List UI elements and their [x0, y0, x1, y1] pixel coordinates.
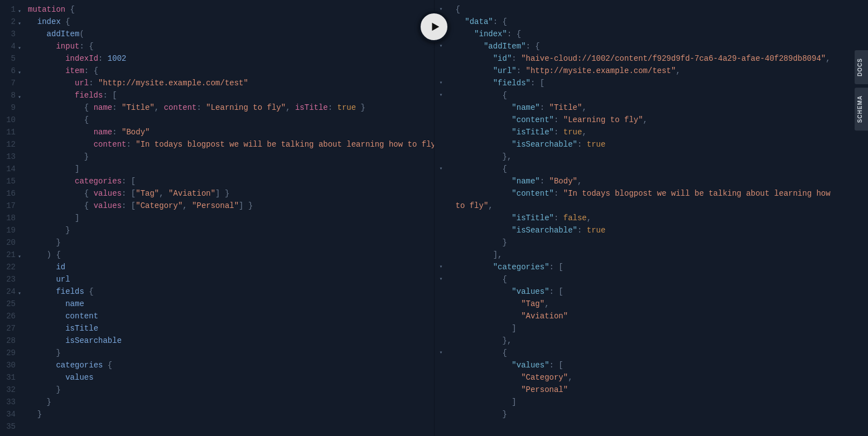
response-line: "isTitle": true,: [456, 126, 869, 138]
code-line[interactable]: index {: [28, 16, 435, 28]
fold-toggle-icon: [435, 138, 448, 151]
code-line[interactable]: values: [28, 371, 435, 384]
code-line[interactable]: }: [28, 224, 435, 236]
line-number: 3: [0, 28, 16, 40]
fold-toggle-icon[interactable]: ▾: [435, 347, 448, 359]
fold-toggle-icon[interactable]: ▾: [18, 91, 21, 104]
code-line[interactable]: content: [28, 310, 435, 322]
code-line[interactable]: url: "http://mysite.example.com/test": [28, 77, 435, 89]
code-line[interactable]: }: [28, 347, 435, 359]
line-number: 21▾: [0, 249, 16, 261]
fold-toggle-icon[interactable]: ▾: [18, 67, 21, 79]
code-line[interactable]: indexId: 1002: [28, 52, 435, 65]
code-line[interactable]: }: [28, 396, 435, 408]
fold-toggle-icon: [435, 285, 448, 298]
response-line: {: [456, 347, 869, 359]
response-viewer[interactable]: ▾▾▾▾▾▾▾▾▾▾ { "data": { "index": { "addIt…: [435, 0, 869, 436]
code-line[interactable]: content: "In todays blogpost we will be …: [28, 138, 435, 151]
fold-toggle-icon: [435, 224, 448, 236]
line-number: 12: [0, 138, 16, 151]
line-number: 26: [0, 310, 16, 322]
response-line: },: [456, 151, 869, 163]
execute-button[interactable]: [418, 11, 450, 42]
line-number: 24▾: [0, 285, 16, 298]
response-line: "content": "Learning to fly",: [456, 114, 869, 126]
response-line: to fly",: [456, 200, 869, 212]
fold-toggle-icon: [435, 114, 448, 126]
fold-toggle-icon: [435, 335, 448, 347]
code-line[interactable]: isSearchable: [28, 335, 435, 347]
code-line[interactable]: { name: "Title", content: "Learning to f…: [28, 101, 435, 114]
fold-toggle-icon[interactable]: ▾: [18, 251, 21, 263]
fold-toggle-icon: [435, 151, 448, 163]
code-line[interactable]: url: [28, 273, 435, 285]
code-line[interactable]: ) {: [28, 249, 435, 261]
code-line[interactable]: name: [28, 298, 435, 310]
fold-toggle-icon[interactable]: ▾: [18, 18, 21, 30]
response-line: "isTitle": false,: [456, 212, 869, 224]
code-line[interactable]: }: [28, 236, 435, 249]
code-line[interactable]: { values: ["Tag", "Aviation"] }: [28, 187, 435, 200]
code-line[interactable]: name: "Body": [28, 126, 435, 138]
line-number: 32: [0, 384, 16, 396]
fold-toggle-icon: [435, 322, 448, 335]
code-line[interactable]: id: [28, 261, 435, 273]
code-line[interactable]: input: {: [28, 40, 435, 52]
fold-toggle-icon[interactable]: ▾: [18, 42, 21, 55]
code-line[interactable]: addItem(: [28, 28, 435, 40]
response-line: "Tag",: [456, 298, 869, 310]
code-line[interactable]: }: [28, 408, 435, 420]
code-line[interactable]: ]: [28, 163, 435, 175]
fold-toggle-icon[interactable]: ▾: [435, 163, 448, 175]
response-line: "id": "haive-cloud://1002/content/f929d9…: [456, 52, 869, 65]
code-line[interactable]: item: {: [28, 65, 435, 77]
response-line: "addItem": {: [456, 40, 869, 52]
line-number: 8▾: [0, 89, 16, 101]
fold-toggle-icon[interactable]: ▾: [435, 77, 448, 89]
line-number: 7: [0, 77, 16, 89]
line-number: 2▾: [0, 16, 16, 28]
code-line[interactable]: { values: ["Category", "Personal"] }: [28, 200, 435, 212]
response-line: "content": "In todays blogpost we will b…: [456, 187, 869, 200]
side-tabs: DOCS SCHEMA: [855, 50, 868, 130]
play-icon: [429, 21, 441, 33]
line-number: 9: [0, 101, 16, 114]
fold-toggle-icon[interactable]: ▾: [435, 261, 448, 273]
line-number: 31: [0, 371, 16, 384]
query-code[interactable]: mutation { index { addItem( input: { ind…: [20, 3, 435, 436]
code-line[interactable]: [28, 420, 435, 433]
query-editor-pane: 1▾2▾34▾56▾78▾9101112131415161718192021▾2…: [0, 0, 435, 436]
line-number: 14: [0, 163, 16, 175]
fold-toggle-icon[interactable]: ▾: [18, 288, 21, 300]
response-line: "values": [: [456, 359, 869, 371]
code-line[interactable]: {: [28, 114, 435, 126]
line-number: 27: [0, 322, 16, 335]
response-line: "values": [: [456, 285, 869, 298]
response-line: },: [456, 335, 869, 347]
code-line[interactable]: fields: [: [28, 89, 435, 101]
fold-toggle-icon[interactable]: ▾: [435, 273, 448, 285]
code-line[interactable]: }: [28, 151, 435, 163]
response-line: "Personal": [456, 384, 869, 396]
code-line[interactable]: }: [28, 384, 435, 396]
fold-toggle-icon[interactable]: ▾: [18, 6, 21, 18]
line-number: 25: [0, 298, 16, 310]
fold-toggle-icon: [435, 310, 448, 322]
tab-schema[interactable]: SCHEMA: [855, 88, 868, 130]
tab-docs[interactable]: DOCS: [855, 50, 868, 84]
query-editor[interactable]: 1▾2▾34▾56▾78▾9101112131415161718192021▾2…: [0, 0, 434, 436]
line-number-gutter: 1▾2▾34▾56▾78▾9101112131415161718192021▾2…: [0, 3, 20, 436]
code-line[interactable]: mutation {: [28, 3, 435, 16]
fold-toggle-icon: [435, 52, 448, 65]
code-line[interactable]: isTitle: [28, 322, 435, 335]
line-number: 5: [0, 52, 16, 65]
code-line[interactable]: ]: [28, 212, 435, 224]
code-line[interactable]: fields {: [28, 285, 435, 298]
fold-toggle-icon: [435, 359, 448, 371]
line-number: 16: [0, 187, 16, 200]
code-line[interactable]: categories {: [28, 359, 435, 371]
line-number: 11: [0, 126, 16, 138]
fold-toggle-icon[interactable]: ▾: [435, 89, 448, 101]
fold-toggle-icon: [435, 200, 448, 212]
code-line[interactable]: categories: [: [28, 175, 435, 187]
